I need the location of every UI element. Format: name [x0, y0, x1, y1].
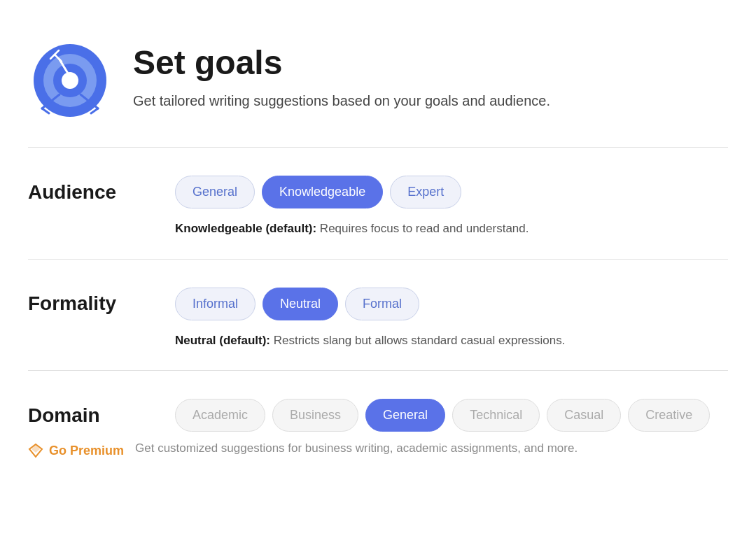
- audience-description: Knowledgeable (default): Requires focus …: [28, 220, 728, 238]
- formality-row-top: Formality Informal Neutral Formal: [28, 288, 728, 320]
- audience-btn-expert[interactable]: Expert: [390, 176, 461, 208]
- domain-label: Domain: [28, 404, 154, 427]
- page-title: Set goals: [133, 43, 550, 82]
- audience-desc-suffix: Requires focus to read and understand.: [320, 222, 529, 235]
- page-description: Get tailored writing suggestions based o…: [133, 90, 550, 111]
- domain-btn-technical[interactable]: Technical: [452, 399, 540, 432]
- audience-label: Audience: [28, 181, 154, 204]
- premium-description: Get customized suggestions for business …: [135, 441, 728, 455]
- audience-desc-prefix: Knowledgeable (default):: [175, 222, 316, 235]
- premium-desc-text: Get customized suggestions for business …: [135, 441, 578, 455]
- audience-row-top: Audience General Knowledgeable Expert: [28, 176, 728, 208]
- domain-btn-casual[interactable]: Casual: [547, 399, 621, 432]
- divider-3: [28, 370, 728, 371]
- header-section: Set goals Get tailored writing suggestio…: [28, 21, 728, 140]
- divider-2: [28, 259, 728, 260]
- go-premium-button[interactable]: Go Premium: [28, 443, 124, 458]
- domain-button-group: Academic Business General Technical Casu…: [175, 399, 710, 432]
- audience-section: Audience General Knowledgeable Expert Kn…: [28, 155, 728, 252]
- formality-description: Neutral (default): Restricts slang but a…: [28, 332, 728, 350]
- formality-section: Formality Informal Neutral Formal Neutra…: [28, 267, 728, 364]
- go-premium-label: Go Premium: [49, 444, 124, 458]
- svg-marker-14: [31, 444, 40, 453]
- audience-btn-general[interactable]: General: [175, 176, 255, 208]
- domain-btn-academic[interactable]: Academic: [175, 399, 265, 432]
- diamond-icon: [28, 443, 43, 458]
- audience-btn-knowledgeable[interactable]: Knowledgeable: [262, 176, 383, 208]
- audience-button-group: General Knowledgeable Expert: [175, 176, 461, 208]
- formality-button-group: Informal Neutral Formal: [175, 288, 419, 320]
- domain-row-top: Domain Academic Business General Technic…: [28, 399, 728, 432]
- domain-btn-business[interactable]: Business: [272, 399, 358, 432]
- formality-desc-prefix: Neutral (default):: [175, 334, 270, 347]
- domain-btn-general[interactable]: General: [365, 399, 445, 432]
- formality-label: Formality: [28, 292, 154, 315]
- divider-1: [28, 147, 728, 148]
- formality-btn-informal[interactable]: Informal: [175, 288, 255, 320]
- domain-section: Domain Academic Business General Technic…: [28, 378, 728, 472]
- header-text: Set goals Get tailored writing suggestio…: [133, 43, 550, 111]
- formality-btn-neutral[interactable]: Neutral: [262, 288, 338, 320]
- formality-desc-suffix: Restricts slang but allows standard casu…: [274, 334, 566, 347]
- formality-btn-formal[interactable]: Formal: [345, 288, 419, 320]
- domain-btn-creative[interactable]: Creative: [628, 399, 710, 432]
- target-icon: [28, 35, 112, 119]
